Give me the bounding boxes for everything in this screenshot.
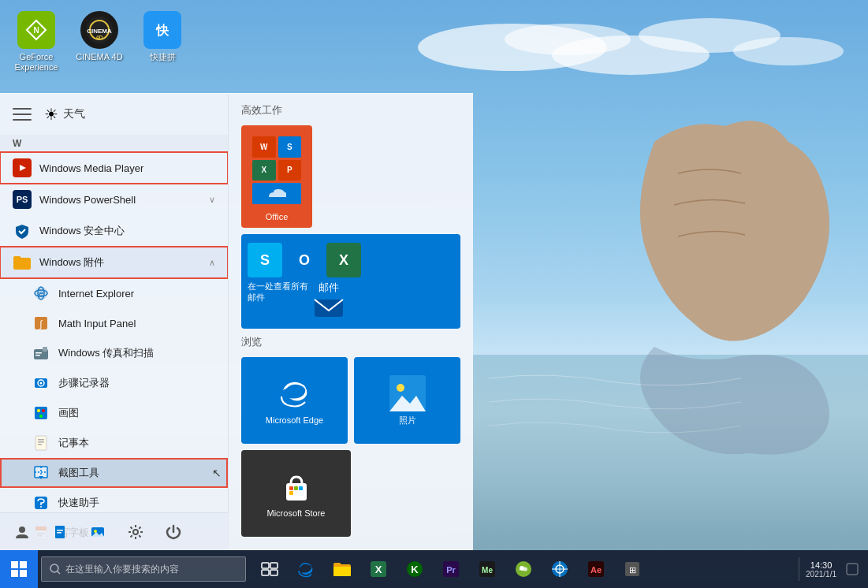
mathpanel-name: Math Input Panel xyxy=(58,318,215,329)
hamburger-button[interactable] xyxy=(9,102,35,127)
windows-logo xyxy=(11,561,27,577)
documents-icon-button[interactable] xyxy=(47,519,73,545)
svg-text:⊞: ⊞ xyxy=(629,565,636,575)
tile-mail[interactable]: S O X 在一处查看所有 邮件 xyxy=(241,234,460,329)
powershell-name: Windows PowerShell xyxy=(39,194,201,206)
app-subitem-mathpanel[interactable]: ∫ Math Input Panel xyxy=(0,308,228,338)
app-item-security[interactable]: Windows 安全中心 xyxy=(0,215,228,247)
mail-check-text: 在一处查看所有 邮件 xyxy=(248,281,308,303)
taskbar-taskview[interactable] xyxy=(252,552,287,586)
settings-icon-button[interactable] xyxy=(123,519,148,545)
svg-text:K: K xyxy=(411,564,419,575)
svg-rect-34 xyxy=(35,436,47,450)
app-item-powershell[interactable]: PS Windows PowerShell ∨ xyxy=(0,184,228,215)
app-subitem-sniptool[interactable]: 截图工具 ↖ xyxy=(0,458,228,488)
svg-point-32 xyxy=(42,409,45,412)
security-icon xyxy=(13,221,32,240)
tile-office[interactable]: W S X P Office xyxy=(241,125,312,228)
taskbar-adobe[interactable]: Ae xyxy=(579,552,613,586)
svg-point-76 xyxy=(50,564,58,572)
mail-label: 邮件 xyxy=(319,281,339,295)
sniptool-name: 截图工具 xyxy=(58,466,215,480)
taskbar-edge[interactable] xyxy=(289,552,323,586)
mail-subtitle: 在一处查看所有 xyxy=(248,281,308,292)
geforce-label: GeForce Experience xyxy=(11,52,61,73)
user-icon-button[interactable] xyxy=(9,519,35,545)
office-app-onedrive xyxy=(252,183,301,204)
svg-text:4D: 4D xyxy=(96,35,103,40)
taskbar-search[interactable]: 在这里输入你要搜索的内容 xyxy=(41,556,246,582)
desktop-icons: N GeForce Experience CINEMA 4D CINEMA 4D xyxy=(8,8,191,76)
ie-icon: e xyxy=(32,284,50,303)
sniptool-icon xyxy=(32,463,50,482)
svg-rect-25 xyxy=(35,352,42,354)
svg-point-0 xyxy=(418,24,607,71)
desktop-icon-geforce[interactable]: N GeForce Experience xyxy=(8,8,65,76)
svg-rect-79 xyxy=(270,563,278,568)
app-subitem-fax[interactable]: Windows 传真和扫描 xyxy=(0,338,228,368)
svg-text:S: S xyxy=(260,252,270,268)
paint-name: 画图 xyxy=(58,406,215,420)
svg-point-1 xyxy=(505,24,631,55)
office-inner: W S X P xyxy=(246,130,307,210)
notification-button[interactable] xyxy=(843,560,862,579)
app-item-wmp[interactable]: Windows Media Player xyxy=(0,152,228,184)
office-app-excel: X xyxy=(252,160,276,181)
office-tile-label: Office xyxy=(263,210,292,223)
outlook-icon-tile: O xyxy=(287,243,322,277)
weather-item[interactable]: ☀ 天气 xyxy=(44,105,85,124)
app-item-accessories[interactable]: Windows 附件 ∧ xyxy=(0,247,228,278)
svg-rect-26 xyxy=(35,355,40,356)
taskbar-maps[interactable] xyxy=(542,552,577,586)
svg-point-61 xyxy=(133,530,138,534)
photos-label: 照片 xyxy=(396,413,419,428)
svg-point-31 xyxy=(37,409,40,412)
skype-icon-tile: S xyxy=(248,243,282,277)
svg-point-3 xyxy=(639,18,780,53)
taskbar-mediaencoder[interactable]: Me xyxy=(470,552,505,586)
app-subitem-steps[interactable]: 步骤记录器 xyxy=(0,368,228,398)
svg-point-54 xyxy=(19,527,25,533)
svg-text:e: e xyxy=(39,289,43,298)
taskbar-premiere[interactable]: Pr xyxy=(434,552,468,586)
taskbar-wechat[interactable] xyxy=(506,552,541,586)
mail-text-area: 在一处查看所有 邮件 邮件 xyxy=(248,281,345,320)
app-subitem-paint[interactable]: 画图 xyxy=(0,398,228,428)
svg-rect-71 xyxy=(286,483,307,501)
cursor-indicator: ↖ xyxy=(212,467,222,479)
taskbar-explorer[interactable] xyxy=(325,552,359,586)
power-icon-button[interactable] xyxy=(161,519,186,545)
svg-text:CINEMA: CINEMA xyxy=(87,28,112,35)
svg-line-77 xyxy=(58,571,60,574)
fax-icon xyxy=(32,344,50,363)
start-menu-bottom xyxy=(0,512,229,550)
office-app-powerpoint: P xyxy=(278,160,302,181)
tiles-row1: W S X P Office S xyxy=(241,125,460,329)
section-header-w: W xyxy=(0,135,228,152)
photos-icon-button[interactable] xyxy=(85,519,110,545)
app-subitem-notepad[interactable]: 记事本 xyxy=(0,428,228,458)
hamburger-line2 xyxy=(13,114,32,115)
start-button[interactable] xyxy=(0,550,38,588)
tile-edge[interactable]: Microsoft Edge xyxy=(241,357,348,444)
tile-msstore[interactable]: Microsoft Store xyxy=(241,450,351,537)
svg-text:X: X xyxy=(339,252,348,268)
section-title-productivity: 高效工作 xyxy=(241,103,460,117)
taskbar-kapp[interactable]: K xyxy=(397,552,432,586)
start-menu-right: 高效工作 W S X P Office xyxy=(229,94,473,550)
svg-point-68 xyxy=(397,384,404,392)
taskbar-network[interactable]: ⊞ xyxy=(615,552,650,586)
svg-rect-73 xyxy=(294,486,298,490)
tile-photos[interactable]: 照片 xyxy=(354,357,460,444)
desktop-icon-cinema4d[interactable]: CINEMA 4D CINEMA 4D xyxy=(71,8,128,76)
steps-icon xyxy=(32,374,50,393)
app-subitem-ie[interactable]: e Internet Explorer xyxy=(0,278,228,308)
svg-point-29 xyxy=(40,382,43,385)
cinema4d-icon: CINEMA 4D xyxy=(80,11,118,49)
mail-top-row: S O X xyxy=(248,243,361,277)
ie-name: Internet Explorer xyxy=(58,288,215,300)
clock-widget[interactable]: 14:30 2021/1/1 xyxy=(803,560,840,579)
desktop-icon-kuaijie[interactable]: 快 快捷拼 xyxy=(134,8,191,76)
taskbar-excel[interactable]: X xyxy=(361,552,396,586)
kuaijie-label: 快捷拼 xyxy=(150,52,176,62)
